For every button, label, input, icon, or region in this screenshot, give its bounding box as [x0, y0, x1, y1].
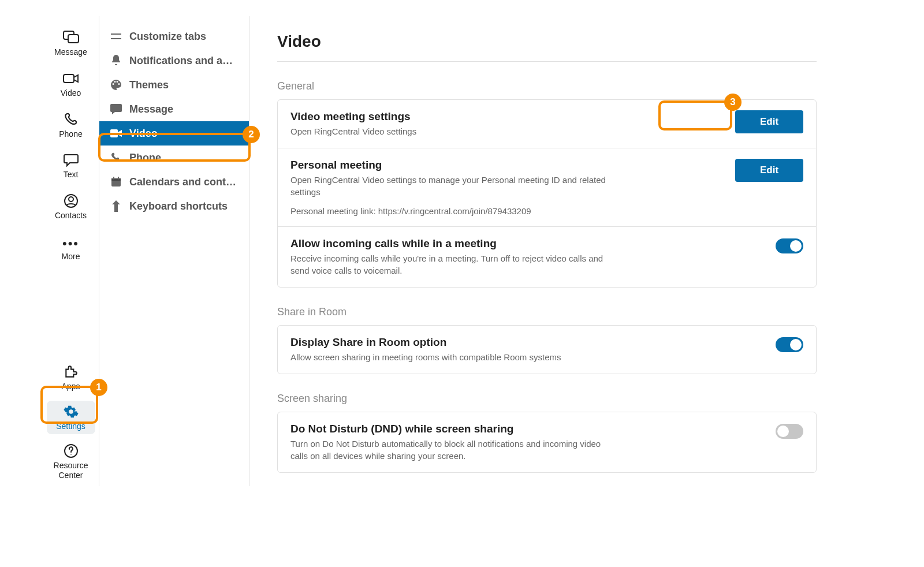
gear-icon [61, 403, 81, 420]
section-label: General [277, 80, 817, 92]
more-icon: ••• [61, 233, 81, 251]
video-icon [61, 70, 81, 87]
subnav-phone[interactable]: Phone [99, 146, 249, 170]
phone-solid-icon [110, 151, 122, 164]
toggle-share-in-room[interactable] [776, 337, 803, 352]
edit-video-meeting-button[interactable]: Edit [735, 110, 803, 133]
nav-phone-label: Phone [59, 129, 82, 139]
primary-sidebar: Message Video Phone [43, 16, 99, 486]
phone-icon [61, 111, 81, 128]
nav-video-label: Video [61, 88, 81, 98]
subnav-keyboard-shortcuts[interactable]: Keyboard shortcuts [99, 194, 249, 218]
card-screen-sharing: Do Not Disturb (DND) while screen sharin… [277, 412, 817, 473]
keyboard-icon [110, 200, 122, 212]
nav-text[interactable]: Text [47, 149, 95, 183]
svg-rect-1 [68, 35, 79, 43]
toggle-allow-incoming-calls[interactable] [776, 238, 803, 253]
card-share-in-room: Display Share in Room option Allow scree… [277, 325, 817, 374]
row-personal-meeting: Personal meeting Open RingCentral Video … [278, 148, 816, 226]
row-title: Personal meeting [290, 159, 721, 171]
row-desc: Open RingCentral Video settings [290, 125, 614, 137]
personal-meeting-link: Personal meeting link: https://v.ringcen… [290, 206, 721, 216]
svg-rect-11 [111, 178, 121, 181]
subnav-label: Keyboard shortcuts [129, 200, 239, 212]
subnav-notifications[interactable]: Notifications and a… [99, 49, 249, 73]
subnav-label: Customize tabs [129, 31, 239, 43]
settings-main: Video General Video meeting settings Ope… [249, 16, 844, 486]
row-title: Do Not Disturb (DND) while screen sharin… [290, 423, 762, 435]
calendar-icon [110, 176, 122, 188]
nav-apps[interactable]: Apps [47, 361, 95, 395]
subnav-label: Notifications and a… [129, 55, 239, 67]
subnav-video[interactable]: Video [99, 121, 249, 146]
message-solid-icon [110, 103, 122, 115]
edit-personal-meeting-button[interactable]: Edit [735, 159, 803, 182]
nav-settings[interactable]: Settings [47, 401, 95, 435]
subnav-message[interactable]: Message [99, 97, 249, 121]
card-general: Video meeting settings Open RingCentral … [277, 99, 817, 288]
contacts-icon [61, 192, 81, 210]
text-icon [61, 151, 81, 169]
row-title: Video meeting settings [290, 110, 721, 123]
row-share-in-room-option: Display Share in Room option Allow scree… [278, 326, 816, 374]
row-desc: Turn on Do Not Disturb automatically to … [290, 438, 614, 462]
row-title: Allow incoming calls while in a meeting [290, 237, 762, 250]
row-desc: Open RingCentral Video settings to manag… [290, 174, 614, 198]
message-icon [61, 29, 81, 46]
nav-message[interactable]: Message [47, 27, 95, 61]
nav-resource-center-label: Resource Center [47, 461, 95, 480]
bell-icon [110, 54, 122, 67]
puzzle-icon [61, 363, 81, 381]
nav-apps-label: Apps [62, 382, 80, 391]
video-solid-icon [110, 127, 122, 140]
svg-rect-12 [113, 177, 114, 180]
svg-rect-13 [118, 177, 119, 180]
toggle-dnd-screen-sharing[interactable] [776, 424, 803, 439]
subnav-label: Phone [129, 152, 239, 164]
row-allow-incoming-calls: Allow incoming calls while in a meeting … [278, 226, 816, 287]
section-screen-sharing: Screen sharing Do Not Disturb (DND) whil… [277, 393, 817, 473]
row-dnd-screen-sharing: Do Not Disturb (DND) while screen sharin… [278, 412, 816, 472]
svg-point-4 [69, 197, 73, 202]
subnav-label: Video [129, 128, 239, 140]
subnav-label: Calendars and cont… [129, 176, 239, 188]
nav-settings-label: Settings [56, 421, 85, 431]
nav-contacts-label: Contacts [55, 211, 87, 221]
page-title: Video [277, 32, 817, 62]
nav-contacts[interactable]: Contacts [47, 190, 95, 224]
nav-video[interactable]: Video [47, 68, 95, 102]
subnav-themes[interactable]: Themes [99, 73, 249, 97]
section-label: Screen sharing [277, 393, 817, 405]
subnav-label: Themes [129, 79, 239, 91]
row-title: Display Share in Room option [290, 336, 762, 349]
section-label: Share in Room [277, 306, 817, 318]
row-desc: Allow screen sharing in meeting rooms wi… [290, 351, 762, 363]
subnav-calendars[interactable]: Calendars and cont… [99, 170, 249, 194]
row-desc: Receive incoming calls while you're in a… [290, 252, 614, 277]
row-video-meeting-settings: Video meeting settings Open RingCentral … [278, 100, 816, 148]
help-icon [61, 442, 81, 460]
svg-rect-9 [110, 129, 118, 137]
section-share-in-room: Share in Room Display Share in Room opti… [277, 306, 817, 374]
subnav-label: Message [129, 103, 239, 115]
palette-icon [110, 79, 122, 91]
nav-more[interactable]: ••• More [47, 231, 95, 265]
nav-text-label: Text [64, 170, 79, 180]
nav-resource-center[interactable]: Resource Center [47, 440, 95, 484]
nav-more-label: More [62, 252, 80, 262]
subnav-customize-tabs[interactable]: Customize tabs [99, 24, 249, 49]
app-window: Message Video Phone [43, 16, 844, 486]
svg-rect-2 [64, 74, 74, 83]
settings-subnav: Customize tabs Notifications and a… Them… [99, 16, 249, 486]
customize-icon [110, 30, 122, 43]
nav-phone[interactable]: Phone [47, 109, 95, 143]
svg-point-6 [70, 454, 72, 456]
nav-message-label: Message [54, 47, 87, 57]
section-general: General Video meeting settings Open Ring… [277, 80, 817, 288]
